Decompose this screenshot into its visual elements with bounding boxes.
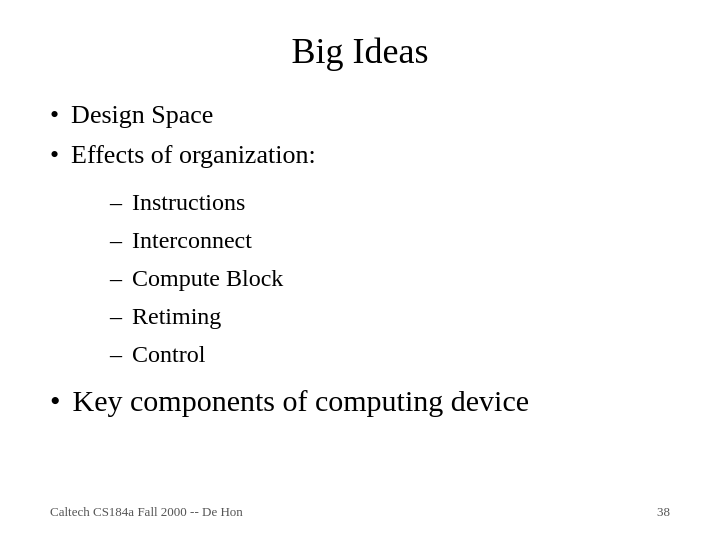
bullet-design-space: • Design Space <box>50 100 670 130</box>
bullet-effects: • Effects of organization: <box>50 140 670 170</box>
content-area: • Design Space • Effects of organization… <box>50 100 670 496</box>
bullet-text-2: Effects of organization: <box>71 140 316 170</box>
sub-dash-3: – <box>110 260 122 296</box>
bullet-key-components: • Key components of computing device <box>50 384 670 418</box>
sub-item-control: – Control <box>110 336 670 372</box>
sub-item-retiming: – Retiming <box>110 298 670 334</box>
sub-text-compute-block: Compute Block <box>132 260 283 296</box>
bullet-text-1: Design Space <box>71 100 213 130</box>
sub-text-retiming: Retiming <box>132 298 221 334</box>
bullet-symbol-2: • <box>50 140 59 170</box>
sub-list: – Instructions – Interconnect – Compute … <box>110 184 670 372</box>
sub-dash-5: – <box>110 336 122 372</box>
sub-dash-4: – <box>110 298 122 334</box>
slide-container: Big Ideas • Design Space • Effects of or… <box>0 0 720 540</box>
slide-footer: Caltech CS184a Fall 2000 -- De Hon 38 <box>50 496 670 520</box>
bullet-text-3: Key components of computing device <box>73 384 530 418</box>
sub-dash-2: – <box>110 222 122 258</box>
bullet-symbol-1: • <box>50 100 59 130</box>
sub-dash-1: – <box>110 184 122 220</box>
slide-title: Big Ideas <box>50 30 670 72</box>
sub-text-control: Control <box>132 336 205 372</box>
sub-item-compute-block: – Compute Block <box>110 260 670 296</box>
sub-item-instructions: – Instructions <box>110 184 670 220</box>
bullet-symbol-3: • <box>50 384 61 418</box>
footer-right: 38 <box>657 504 670 520</box>
footer-left: Caltech CS184a Fall 2000 -- De Hon <box>50 504 243 520</box>
sub-text-instructions: Instructions <box>132 184 245 220</box>
sub-item-interconnect: – Interconnect <box>110 222 670 258</box>
sub-text-interconnect: Interconnect <box>132 222 252 258</box>
